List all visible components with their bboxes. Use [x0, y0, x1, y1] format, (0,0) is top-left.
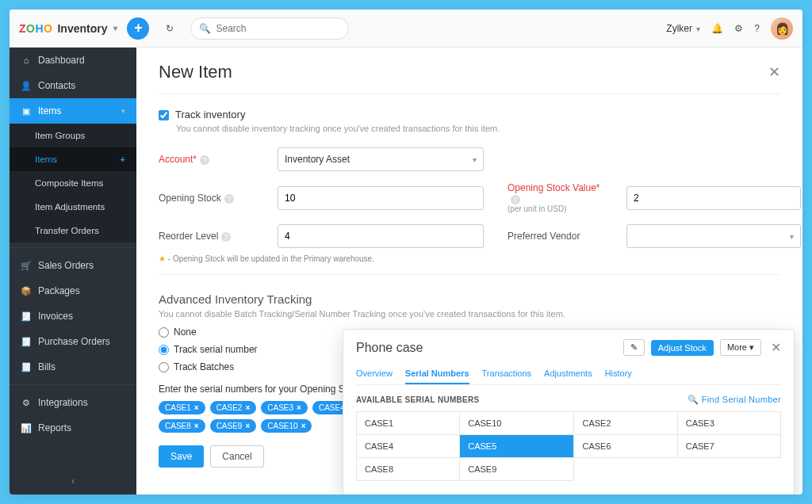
serial-chip[interactable]: CASE8 ×: [159, 419, 205, 433]
track-note: You cannot disable inventory tracking on…: [176, 124, 780, 133]
sidebar-item-composite[interactable]: Composite Items: [10, 171, 136, 195]
remove-icon[interactable]: ×: [301, 422, 306, 430]
doc-icon: 🧾: [21, 362, 32, 372]
avatar[interactable]: 👩: [771, 17, 793, 40]
account-label: Account*?: [159, 154, 254, 165]
serial-cell[interactable]: CASE8: [357, 458, 460, 481]
remove-icon[interactable]: ×: [245, 422, 250, 430]
add-button[interactable]: +: [127, 17, 149, 40]
help-icon[interactable]: ?: [221, 232, 231, 242]
sidebar-item-items[interactable]: ▣Items▾: [10, 98, 136, 124]
track-inventory-checkbox[interactable]: [159, 110, 169, 120]
item-detail-panel: Phone case ✎ Adjust Stock More ▾ ✕ Overv…: [343, 329, 795, 494]
reorder-input[interactable]: [278, 224, 484, 248]
remove-icon[interactable]: ×: [297, 403, 301, 412]
sidebar-item-sales-orders[interactable]: 🛒Sales Orders: [10, 253, 136, 278]
serial-cell[interactable]: CASE9: [460, 458, 574, 481]
search-field[interactable]: [216, 23, 340, 34]
plus-icon[interactable]: +: [120, 155, 125, 164]
chevron-down-icon: ▾: [473, 155, 477, 164]
remove-icon[interactable]: ×: [194, 422, 199, 430]
save-button[interactable]: Save: [159, 445, 204, 468]
serial-cell: [677, 458, 780, 481]
panel-tabs: Overview Serial Numbers Transactions Adj…: [356, 364, 781, 385]
tab-serial-numbers[interactable]: Serial Numbers: [405, 364, 469, 384]
help-icon[interactable]: ?: [200, 155, 209, 165]
opening-stock-label: Opening Stock?: [159, 193, 254, 204]
account-select[interactable]: Inventory Asset▾: [278, 147, 484, 171]
remove-icon[interactable]: ×: [194, 403, 199, 412]
org-switcher[interactable]: Zylker ▾: [666, 23, 700, 34]
serial-cell[interactable]: CASE7: [677, 435, 780, 458]
package-icon: 📦: [21, 286, 32, 296]
serial-chip[interactable]: CASE2 ×: [210, 401, 257, 414]
serial-cell[interactable]: CASE4: [357, 435, 460, 458]
gear-icon: ⚙: [21, 398, 32, 408]
serial-cell[interactable]: CASE10: [460, 412, 574, 435]
product-name: Inventory: [57, 22, 107, 35]
serial-cell[interactable]: CASE1: [357, 412, 460, 435]
chevron-down-icon: ▾: [790, 232, 794, 241]
more-button[interactable]: More ▾: [720, 339, 761, 356]
help-icon[interactable]: ?: [754, 23, 760, 34]
opening-stock-value-input[interactable]: [626, 186, 801, 210]
tab-history[interactable]: History: [605, 364, 632, 384]
sidebar-item-contacts[interactable]: 👤Contacts: [10, 73, 136, 98]
sidebar-item-dashboard[interactable]: ⌂Dashboard: [10, 48, 136, 73]
tab-adjustments[interactable]: Adjustments: [544, 364, 592, 384]
opening-stock-input[interactable]: [278, 186, 484, 210]
chevron-down-icon: ▾: [113, 24, 117, 32]
gear-icon[interactable]: ⚙: [734, 23, 743, 34]
bell-icon[interactable]: 🔔: [711, 23, 723, 34]
help-icon[interactable]: ?: [224, 194, 234, 204]
serial-chip[interactable]: CASE1 ×: [159, 401, 205, 414]
remove-icon[interactable]: ×: [245, 403, 250, 412]
serial-cell[interactable]: CASE2: [574, 412, 677, 435]
tab-transactions[interactable]: Transactions: [482, 364, 532, 384]
sidebar-item-integrations[interactable]: ⚙Integrations: [10, 390, 136, 415]
serial-cell[interactable]: CASE5: [460, 435, 574, 458]
history-icon[interactable]: ↻: [159, 17, 181, 40]
home-icon: ⌂: [21, 55, 32, 65]
serial-chip[interactable]: CASE3 ×: [261, 401, 308, 414]
edit-button[interactable]: ✎: [623, 339, 645, 356]
serial-cell[interactable]: CASE3: [677, 412, 780, 435]
doc-icon: 🧾: [21, 337, 32, 347]
main: New Item ✕ Track inventory You cannot di…: [136, 48, 802, 494]
serial-chip[interactable]: CASE10 ×: [261, 419, 312, 433]
sidebar-item-purchase-orders[interactable]: 🧾Purchase Orders: [10, 329, 136, 354]
sidebar-item-items-sub[interactable]: Items+: [10, 147, 136, 171]
logo[interactable]: ZOHO Inventory ▾: [19, 22, 117, 35]
sidebar-item-adjust[interactable]: Item Adjustments: [10, 195, 136, 219]
sidebar-collapse[interactable]: ‹: [10, 468, 136, 494]
close-icon[interactable]: ✕: [771, 340, 781, 355]
star-icon: ★: [159, 254, 166, 263]
track-inventory-label: Track inventory: [175, 109, 245, 120]
box-icon: ▣: [21, 106, 32, 116]
serial-chip[interactable]: CASE9 ×: [210, 419, 257, 433]
search-input[interactable]: 🔍: [190, 17, 349, 40]
tab-overview[interactable]: Overview: [356, 364, 393, 384]
vendor-select[interactable]: ▾: [626, 224, 801, 248]
adv-note: You cannot disable Batch Tracking/Serial…: [159, 309, 780, 319]
sidebar-item-transfer[interactable]: Transfer Orders: [10, 219, 136, 242]
cancel-button[interactable]: Cancel: [210, 445, 263, 468]
serial-cell[interactable]: CASE6: [574, 435, 677, 458]
cart-icon: 🛒: [21, 261, 32, 271]
close-icon[interactable]: ✕: [768, 63, 780, 81]
serial-cell: [574, 458, 677, 481]
serial-table: CASE1CASE10CASE2CASE3CASE4CASE5CASE6CASE…: [356, 411, 781, 481]
sidebar-item-reports[interactable]: 📊Reports: [10, 415, 136, 441]
sidebar-item-item-groups[interactable]: Item Groups: [10, 124, 136, 147]
user-icon: 👤: [21, 81, 32, 91]
find-serial-link[interactable]: 🔍 Find Serial Number: [688, 395, 781, 405]
sidebar-item-invoices[interactable]: 🧾Invoices: [10, 304, 136, 329]
opening-stock-value-label: Opening Stock Value*?(per unit in USD): [508, 182, 603, 213]
adjust-stock-button[interactable]: Adjust Stock: [651, 340, 714, 356]
sidebar-item-bills[interactable]: 🧾Bills: [10, 354, 136, 380]
help-icon[interactable]: ?: [511, 195, 520, 204]
page-title: New Item: [159, 62, 232, 82]
available-label: AVAILABLE SERIAL NUMBERS: [356, 395, 480, 404]
warehouse-note: ★ - Opening Stock will be updated in the…: [159, 254, 780, 263]
sidebar-item-packages[interactable]: 📦Packages: [10, 278, 136, 304]
